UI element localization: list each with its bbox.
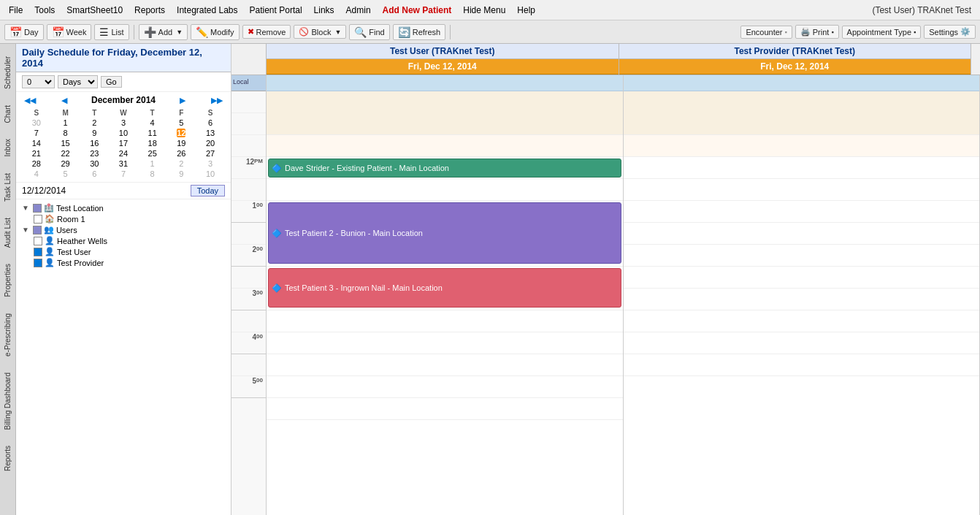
side-tab-eprescribing[interactable]: e-Prescribing — [1, 307, 15, 363]
cal-day-9[interactable]: 9 — [80, 128, 109, 138]
cal-prev[interactable]: ◀ — [59, 96, 69, 105]
cal-day-27[interactable]: 27 — [196, 148, 225, 159]
cal-day-19[interactable]: 19 — [167, 138, 196, 148]
provider-1-grid[interactable]: 🔷 Dave Strider - Existing Patient - Main… — [267, 75, 624, 515]
remove-button[interactable]: ✖ Remove — [242, 25, 291, 39]
today-button[interactable]: Today — [191, 185, 225, 197]
cal-day-11[interactable]: 11 — [138, 128, 167, 138]
provider-2-slot-130[interactable] — [624, 223, 980, 245]
users-checkbox[interactable] — [33, 226, 42, 234]
settings-button[interactable]: Settings ⚙️ — [924, 25, 976, 39]
provider-2-slot-5pm[interactable] — [624, 376, 980, 398]
tree-test-user[interactable]: 👤 Test User — [34, 246, 225, 257]
users-expand-icon[interactable]: ▼ — [22, 226, 29, 234]
cal-day-29[interactable]: 29 — [51, 159, 80, 169]
cal-day-1-next[interactable]: 1 — [138, 159, 167, 169]
provider-2-slot-2pm[interactable] — [624, 245, 980, 267]
side-tab-chart[interactable]: Chart — [1, 99, 15, 129]
provider-1-slot-230[interactable] — [267, 310, 623, 332]
menu-integrated-labs[interactable]: Integrated Labs — [171, 4, 243, 17]
location-expand-icon[interactable]: ▼ — [22, 204, 29, 212]
cal-day-2-next[interactable]: 2 — [167, 159, 196, 169]
cal-day-6-next[interactable]: 6 — [80, 169, 109, 179]
cal-day-7[interactable]: 7 — [22, 128, 51, 138]
cal-day-7-next[interactable]: 7 — [109, 169, 138, 179]
list-button[interactable]: ☰ List — [94, 24, 129, 40]
provider-2-slot-430[interactable] — [624, 354, 980, 376]
cal-day-21[interactable]: 21 — [22, 148, 51, 159]
provider-1-slot-12pm[interactable]: 🔷 Dave Strider - Existing Patient - Main… — [267, 157, 623, 179]
print-button[interactable]: 🖨️ Print ▪ — [795, 25, 839, 39]
provider-1-slot-5pm[interactable] — [267, 420, 623, 442]
menu-hide-menu[interactable]: Hide Menu — [457, 4, 511, 17]
tree-heather-wells[interactable]: 👤 Heather Wells — [34, 235, 225, 246]
cal-day-17[interactable]: 17 — [109, 138, 138, 148]
cal-day-31[interactable]: 31 — [109, 159, 138, 169]
cal-day-20[interactable]: 20 — [196, 138, 225, 148]
provider-1-slot-2pm[interactable]: 🔷 Test Patient 3 - Ingrown Nail - Main L… — [267, 267, 623, 310]
menu-help[interactable]: Help — [511, 4, 541, 17]
cal-day-16[interactable]: 16 — [80, 138, 109, 148]
provider-1-slot-430[interactable] — [267, 398, 623, 420]
encounter-button[interactable]: Encounter ▪ — [740, 26, 792, 39]
heather-checkbox[interactable] — [34, 237, 42, 245]
cal-day-22[interactable]: 22 — [51, 148, 80, 159]
appt-test-patient3[interactable]: 🔷 Test Patient 3 - Ingrown Nail - Main L… — [268, 268, 621, 308]
cal-day-10-next[interactable]: 10 — [196, 169, 225, 179]
provider-2-slot-3pm[interactable] — [624, 289, 980, 310]
cal-day-13[interactable]: 13 — [196, 128, 225, 138]
cal-day-4[interactable]: 4 — [138, 118, 167, 128]
cal-day-3[interactable]: 3 — [109, 118, 138, 128]
menu-admin[interactable]: Admin — [340, 4, 377, 17]
provider-2-slot-1230[interactable] — [624, 179, 980, 201]
provider-2-grid[interactable] — [624, 75, 981, 515]
cal-day-5-next[interactable]: 5 — [51, 169, 80, 179]
side-tab-inbox[interactable]: Inbox — [1, 132, 15, 163]
cal-day-23[interactable]: 23 — [80, 148, 109, 159]
provider-2-slot-1[interactable] — [624, 135, 980, 157]
cal-day-8[interactable]: 8 — [51, 128, 80, 138]
side-tab-scheduler[interactable]: Scheduler — [1, 50, 15, 96]
add-button[interactable]: ➕ Add ▼ — [139, 24, 188, 40]
cal-day-30[interactable]: 30 — [80, 159, 109, 169]
week-button[interactable]: 📅 Week — [47, 24, 92, 40]
side-tab-properties[interactable]: Properties — [1, 257, 15, 304]
provider-1-slot-330[interactable] — [267, 354, 623, 376]
nav-unit-select[interactable]: DaysWeeks — [58, 75, 98, 88]
cal-day-24[interactable]: 24 — [109, 148, 138, 159]
cal-day-14[interactable]: 14 — [22, 138, 51, 148]
side-tab-tasklist[interactable]: Task List — [1, 167, 15, 208]
provider-2-slot-1pm[interactable] — [624, 201, 980, 223]
find-button[interactable]: 🔍 Find — [349, 24, 389, 40]
appt-test-patient2[interactable]: 🔷 Test Patient 2 - Bunion - Main Locatio… — [268, 202, 621, 264]
side-tab-reports[interactable]: Reports — [1, 439, 15, 478]
tree-room1[interactable]: 🏠 Room 1 — [34, 213, 225, 224]
cal-day-30-prev[interactable]: 30 — [22, 118, 51, 128]
cal-day-5[interactable]: 5 — [167, 118, 196, 128]
provider-1-slot-3pm[interactable] — [267, 332, 623, 354]
cal-day-9-next[interactable]: 9 — [167, 169, 196, 179]
tree-collapse-location[interactable]: ▼ 🏥 Test Location — [22, 202, 225, 213]
provider-2-slot-12pm[interactable] — [624, 157, 980, 179]
menu-smartsheet[interactable]: SmartSheet10 — [61, 4, 129, 17]
provider-1-slot-1230[interactable] — [267, 179, 623, 201]
day-button[interactable]: 📅 Day — [4, 24, 44, 40]
cal-day-28[interactable]: 28 — [22, 159, 51, 169]
side-tab-auditlist[interactable]: Audit List — [1, 211, 15, 254]
tree-users[interactable]: ▼ 👥 Users — [22, 224, 225, 235]
block-button[interactable]: 🚫 Block ▼ — [294, 25, 346, 39]
menu-tools[interactable]: Tools — [28, 4, 61, 17]
cal-day-12[interactable]: 12 — [167, 128, 196, 138]
cal-day-6[interactable]: 6 — [196, 118, 225, 128]
cal-next[interactable]: ▶ — [177, 96, 188, 105]
cal-prev-prev[interactable]: ◀◀ — [22, 96, 38, 105]
menu-links[interactable]: Links — [308, 4, 340, 17]
cal-day-15[interactable]: 15 — [51, 138, 80, 148]
menu-add-new-patient[interactable]: Add New Patient — [377, 4, 458, 17]
appt-dave-strider[interactable]: 🔷 Dave Strider - Existing Patient - Main… — [268, 159, 621, 178]
go-button[interactable]: Go — [101, 76, 122, 88]
cal-day-3-next[interactable]: 3 — [196, 159, 225, 169]
cal-day-25[interactable]: 25 — [138, 148, 167, 159]
side-tab-billingdashboard[interactable]: Billing Dashboard — [1, 366, 15, 436]
cal-day-10[interactable]: 10 — [109, 128, 138, 138]
